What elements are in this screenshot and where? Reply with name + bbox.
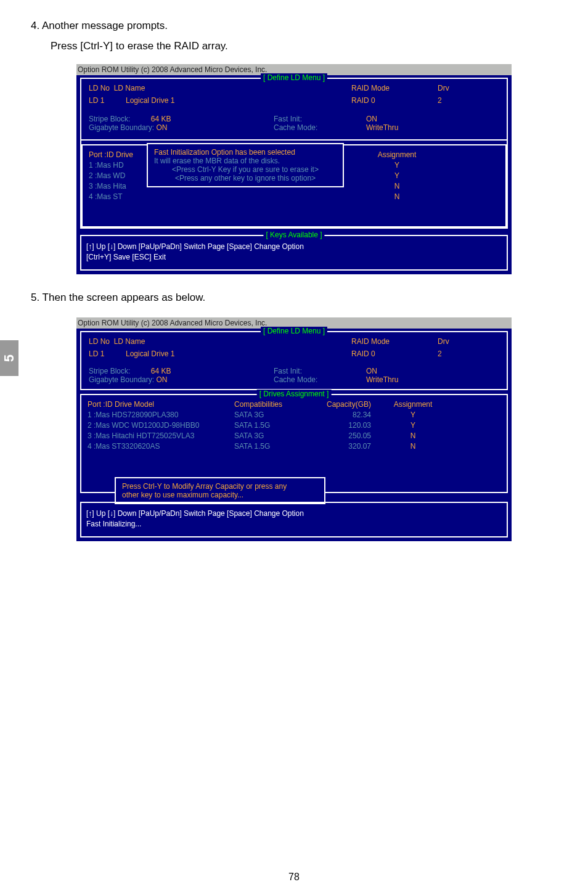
popup-l4: <Press any other key to ignore this opti… — [154, 174, 337, 182]
stripe-label: Stripe Block: — [89, 115, 130, 123]
b2-stripe-val: 64 KB — [151, 367, 171, 375]
b2-popup-l2: other key to use maximum capacity... — [122, 491, 318, 499]
b2-popup-l1: Press Ctrl-Y to Modify Array Capacity or… — [122, 482, 318, 491]
b2-dr2-port: 2 :Mas WDC WD1200JD-98HBB0 — [88, 421, 234, 430]
cache-val: WriteThru — [366, 123, 398, 132]
b2-stripe-label: Stripe Block: — [89, 367, 130, 375]
fastinit-val: ON — [366, 115, 377, 123]
keys-l1: [↑] Up [↓] Down [PaUp/PaDn] Switch Page … — [86, 242, 502, 251]
step4-line1: 4. Another message prompts. — [31, 17, 557, 34]
b2-row-raidmode: RAID 0 — [351, 349, 438, 358]
capacity-popup: Press Ctrl-Y to Modify Array Capacity or… — [115, 477, 325, 504]
b2-col-drv: Drv — [438, 337, 499, 346]
b2-gig-val: ON — [156, 375, 167, 384]
b2-dr3-asn: N — [382, 431, 444, 440]
bios-screenshot-1: Option ROM Utility (c) 2008 Advanced Mic… — [76, 64, 512, 274]
row-ldno: LD 1 — [89, 96, 104, 105]
drives-assignment-label: [ Drives Assignment ] — [257, 390, 332, 398]
b2-dr2-cap: 120.03 — [308, 421, 382, 430]
col-ldname: LD Name — [114, 84, 145, 92]
col-raidmode: RAID Mode — [351, 84, 438, 92]
b2-dr2-asn: Y — [382, 421, 444, 430]
row-drv: 2 — [438, 96, 499, 105]
row-ldname: Logical Drive 1 — [126, 96, 174, 105]
b2-dr4-cap: 320.07 — [308, 442, 382, 451]
define-ld-menu-label: [ Define LD Menu ] — [261, 73, 327, 82]
b2-fastinit-label: Fast Init: — [274, 367, 302, 375]
popup-l2: It will erase the MBR data of the disks. — [154, 157, 337, 165]
drive-assign-4: N — [360, 192, 434, 201]
step5-line1: 5. Then the screen appears as below. — [31, 289, 557, 306]
b2-dr3-comp: SATA 3G — [234, 431, 308, 440]
b2-col-ldno: LD No — [89, 337, 110, 346]
drive-assign-2: Y — [360, 171, 434, 180]
stripe-val: 64 KB — [151, 115, 171, 123]
b2-dr1-asn: Y — [382, 411, 444, 419]
step4-line2: Press [Ctrl-Y] to erase the RAID array. — [51, 38, 557, 54]
b2-dr1-comp: SATA 3G — [234, 411, 308, 419]
drive-assign-3: N — [360, 182, 434, 190]
b2-row-ldname: Logical Drive 1 — [126, 349, 174, 358]
row-raidmode: RAID 0 — [351, 96, 438, 105]
popup-l1: Fast Initialization Option has been sele… — [154, 148, 337, 157]
b2-dcol-comp: Compatibilities — [234, 400, 308, 409]
b2-dcol-port: Port :ID Drive Model — [88, 400, 234, 409]
b2-dr4-comp: SATA 1.5G — [234, 442, 308, 451]
fastinit-label: Fast Init: — [274, 115, 302, 123]
gig-val: ON — [156, 123, 167, 132]
page-number: 78 — [0, 872, 588, 883]
keys-available-label: [ Keys Available ] — [263, 231, 324, 239]
b2-cache-label: Cache Mode: — [274, 375, 317, 384]
b2-dr4-asn: N — [382, 442, 444, 451]
col-drv: Drv — [438, 84, 499, 92]
b2-dr3-cap: 250.05 — [308, 431, 382, 440]
cache-label: Cache Mode: — [274, 123, 317, 132]
b2-dr2-comp: SATA 1.5G — [234, 421, 308, 430]
col-ldno: LD No — [89, 84, 110, 92]
b2-dcol-assign: Assignment — [382, 400, 444, 409]
b2-keys-l2: Fast Initializing... — [86, 520, 502, 528]
drive-assign-1: Y — [360, 161, 434, 170]
drives-col-assign: Assignment — [360, 150, 434, 159]
erase-confirm-popup: Fast Initialization Option has been sele… — [147, 143, 344, 187]
define-ld-menu-label-2: [ Define LD Menu ] — [261, 327, 327, 335]
b2-keys-l1: [↑] Up [↓] Down [PaUp/PaDn] Switch Page … — [86, 509, 502, 518]
b2-row-ldno: LD 1 — [89, 349, 104, 358]
b2-dr4-port: 4 :Mas ST3320620AS — [88, 442, 234, 451]
b2-col-ldname: LD Name — [114, 337, 145, 346]
b2-dr1-cap: 82.34 — [308, 411, 382, 419]
b2-row-drv: 2 — [438, 349, 499, 358]
b2-fastinit-val: ON — [366, 367, 377, 375]
bios-screenshot-2: Option ROM Utility (c) 2008 Advanced Mic… — [76, 317, 512, 541]
b2-gig-label: Gigabyte Boundary: — [89, 375, 154, 384]
chapter-tab: 5 — [0, 340, 18, 376]
drive-row-4: 4 :Mas ST — [89, 192, 360, 201]
keys-l2: [Ctrl+Y] Save [ESC] Exit — [86, 253, 502, 261]
popup-l3: <Press Ctrl-Y Key if you are sure to era… — [154, 165, 337, 174]
b2-dcol-cap: Capacity(GB) — [308, 400, 382, 409]
b2-dr3-port: 3 :Mas Hitachi HDT725025VLA3 — [88, 431, 234, 440]
gig-label: Gigabyte Boundary: — [89, 123, 154, 132]
b2-col-raidmode: RAID Mode — [351, 337, 438, 346]
b2-cache-val: WriteThru — [366, 375, 398, 384]
b2-dr1-port: 1 :Mas HDS728090PLA380 — [88, 411, 234, 419]
